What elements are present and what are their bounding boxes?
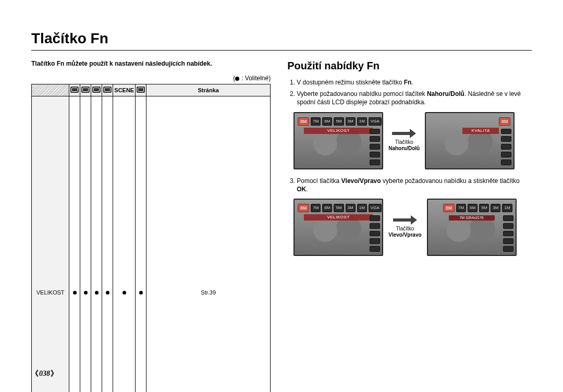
size-chip: 5M xyxy=(334,117,344,126)
right-column: Použití nabídky Fn V dostupném režimu st… xyxy=(287,60,532,392)
step1-bold: Fn xyxy=(404,79,412,86)
lcd-label-kvalita: KVALITA xyxy=(462,128,499,134)
table-legend: (: Volitelné) xyxy=(31,75,271,82)
legend-dot-icon xyxy=(235,77,239,81)
fn-settings-table: SCENE Stránka VELIKOSTStr.39KVALITA/SNÍM… xyxy=(31,84,271,392)
title-rule xyxy=(31,50,532,51)
size-chip: 6M xyxy=(322,204,332,212)
step3-mid: vyberte požadovanou nabídku a stiskněte … xyxy=(381,177,520,185)
size-chip: 3M xyxy=(346,204,356,212)
mark-cell xyxy=(136,96,146,393)
mark-cell xyxy=(91,96,102,393)
size-chip: VGA xyxy=(369,117,382,126)
legend-label: : Volitelné xyxy=(241,75,268,82)
lcd-label-velikost-2: VELIKOST xyxy=(304,214,373,220)
step2-bold: Nahoru/Dolů xyxy=(427,90,464,97)
table-corner xyxy=(32,84,69,96)
arrow2-caption: Tlačítko Vlevo/Vpravo xyxy=(388,226,421,238)
mark-cell xyxy=(113,96,136,393)
mark-cell xyxy=(102,96,113,393)
hand-icon xyxy=(92,87,101,93)
arrow1-line2: Nahoru/Dolů xyxy=(388,145,420,151)
step3-post: . xyxy=(306,186,308,193)
col-icon-3 xyxy=(91,84,102,96)
lcd-label-velikost: VELIKOST xyxy=(304,128,373,134)
arrow1-line1: Tlačítko xyxy=(395,139,413,145)
arrow1-caption: Tlačítko Nahoru/Dolů xyxy=(388,139,420,152)
size-chip: 7M xyxy=(311,204,321,212)
mark-cell xyxy=(69,96,80,393)
step2-pre: Vyberte požadovanou nabídku pomocí tlačí… xyxy=(297,90,427,97)
row-label: VELIKOST xyxy=(32,96,69,393)
col-icon-6 xyxy=(136,84,146,96)
steps-list-cont: Pomocí tlačítka Vlevo/Vpravo vyberte pož… xyxy=(297,177,532,193)
page-title: Tlačítko Fn xyxy=(31,30,532,47)
size-chip: 5M xyxy=(334,204,344,212)
lcd-screenshot-1b: 8M KVALITA xyxy=(425,112,515,169)
step-2: Vyberte požadovanou nabídku pomocí tlačí… xyxy=(297,90,532,106)
arrow2-line1: Tlačítko xyxy=(396,226,414,231)
figure-row-2: 8M7M6M5M3M1MVGA VELIKOST Tlačítko Vlevo/… xyxy=(293,199,532,256)
mark-cell xyxy=(80,96,91,393)
col-icon-4 xyxy=(102,84,113,96)
size-chip: 3M xyxy=(346,117,356,126)
arrow-right-icon xyxy=(393,216,417,224)
size-chip: 7M xyxy=(456,204,466,212)
intro-text: Tlačítko Fn můžete použít k nastavení ná… xyxy=(31,60,271,67)
col-icon-2 xyxy=(80,84,91,96)
size-chip: VGA xyxy=(369,204,382,212)
lcd-screenshot-2b: 8M7M6M5M3M1M 7M 3264x2176 xyxy=(427,199,517,256)
col-page: Stránka xyxy=(146,84,271,96)
portrait-icon xyxy=(103,87,112,93)
camera-p-icon xyxy=(81,87,90,93)
size-chip: 1M xyxy=(357,117,367,126)
size-chip: 8M xyxy=(443,204,455,212)
size-chip: 7M xyxy=(311,117,321,126)
camera-icon xyxy=(70,87,79,93)
table-row: VELIKOSTStr.39 xyxy=(32,96,271,393)
steps-list: V dostupném režimu stiskněte tlačítko Fn… xyxy=(297,78,532,107)
size-chip: 8M xyxy=(298,117,309,126)
size-chip: 1M xyxy=(357,204,367,212)
lcd-screenshot-2a: 8M7M6M5M3M1MVGA VELIKOST xyxy=(293,199,383,256)
step3-bold2: OK xyxy=(297,186,306,193)
step1-post: . xyxy=(411,79,413,86)
size-chip: 5M xyxy=(479,204,489,212)
figure-row-1: 8M7M6M5M3M1MVGA VELIKOST Tlačítko Nahoru… xyxy=(293,112,532,169)
size-chip: 1M xyxy=(502,204,512,212)
size-chip: 8M xyxy=(298,204,309,212)
arrow-right-icon xyxy=(392,130,416,137)
arrow2-line2: Vlevo/Vpravo xyxy=(388,232,421,238)
page-number: 038 xyxy=(31,369,58,378)
page-ref: Str.39 xyxy=(146,96,271,393)
col-icon-1 xyxy=(69,84,80,96)
left-column: Tlačítko Fn můžete použít k nastavení ná… xyxy=(31,60,271,392)
right-heading: Použití nabídky Fn xyxy=(287,60,532,72)
lcd-detail-text: 7M 3264x2176 xyxy=(449,215,495,220)
col-scene: SCENE xyxy=(113,84,136,96)
step1-pre: V dostupném režimu stiskněte tlačítko xyxy=(297,79,403,86)
lcd-screenshot-1a: 8M7M6M5M3M1MVGA VELIKOST xyxy=(293,112,383,169)
step3-bold1: Vlevo/Vpravo xyxy=(341,177,381,185)
movie-icon xyxy=(137,87,145,93)
step-1: V dostupném režimu stiskněte tlačítko Fn… xyxy=(297,78,532,87)
size-chip: 3M xyxy=(491,204,500,212)
size-chip: 6M xyxy=(468,204,478,212)
step-3: Pomocí tlačítka Vlevo/Vpravo vyberte pož… xyxy=(297,177,532,193)
size-chip: 8M xyxy=(499,117,510,126)
size-chip: 6M xyxy=(322,117,332,126)
step3-pre: Pomocí tlačítka xyxy=(297,177,341,185)
